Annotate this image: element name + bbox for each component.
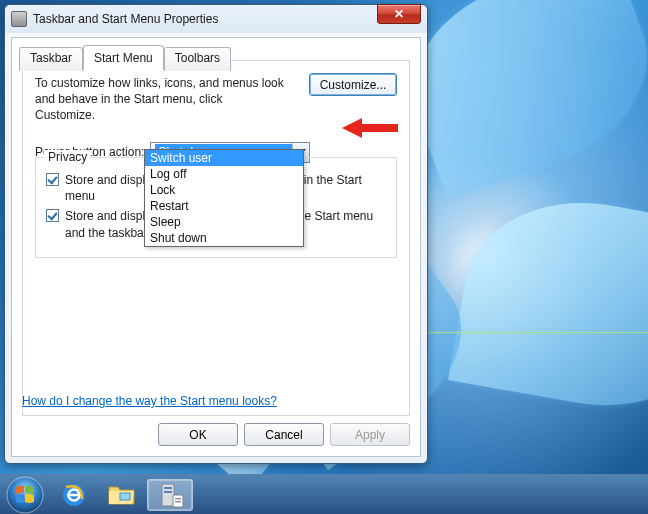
dropdown-option-switch-user[interactable]: Switch user [145, 150, 303, 166]
checkbox-recent-items[interactable] [46, 209, 59, 222]
dropdown-option-lock[interactable]: Lock [145, 182, 303, 198]
intro-text: To customize how links, icons, and menus… [35, 75, 285, 124]
apply-button[interactable]: Apply [330, 423, 410, 446]
ok-button[interactable]: OK [158, 423, 238, 446]
taskbar [0, 474, 648, 514]
wallpaper-leaf [448, 183, 648, 425]
ie-icon [60, 481, 88, 509]
svg-rect-8 [175, 498, 181, 499]
dropdown-option-log-off[interactable]: Log off [145, 166, 303, 182]
wallpaper-horizon [410, 332, 648, 333]
taskbar-explorer-button[interactable] [99, 479, 145, 511]
power-action-dropdown: Switch user Log off Lock Restart Sleep S… [144, 149, 304, 247]
window-icon [11, 11, 27, 27]
folder-icon [107, 482, 137, 508]
client-area: To customize how links, icons, and menus… [11, 37, 421, 457]
tab-start-menu[interactable]: Start Menu [83, 45, 164, 70]
customize-button[interactable]: Customize... [309, 73, 397, 96]
start-button[interactable] [6, 476, 44, 514]
properties-window: Taskbar and Start Menu Properties ✕ Task… [4, 4, 428, 464]
dialog-buttons: OK Cancel Apply [158, 423, 410, 446]
tab-taskbar[interactable]: Taskbar [19, 47, 83, 71]
privacy-legend: Privacy [44, 150, 91, 164]
tab-toolbars[interactable]: Toolbars [164, 47, 231, 71]
svg-rect-3 [120, 493, 130, 500]
help-link[interactable]: How do I change the way the Start menu l… [22, 394, 277, 408]
properties-icon [156, 481, 184, 509]
checkbox-recent-programs[interactable] [46, 173, 59, 186]
taskbar-properties-button[interactable] [147, 479, 193, 511]
svg-rect-6 [164, 491, 172, 493]
dropdown-option-shut-down[interactable]: Shut down [145, 230, 303, 246]
svg-rect-5 [164, 487, 172, 489]
window-titlebar[interactable]: Taskbar and Start Menu Properties ✕ [5, 5, 427, 33]
svg-rect-9 [175, 501, 181, 502]
window-title: Taskbar and Start Menu Properties [33, 12, 218, 26]
close-button[interactable]: ✕ [377, 4, 421, 24]
dropdown-option-sleep[interactable]: Sleep [145, 214, 303, 230]
dropdown-option-restart[interactable]: Restart [145, 198, 303, 214]
tab-panel: To customize how links, icons, and menus… [22, 60, 410, 416]
cancel-button[interactable]: Cancel [244, 423, 324, 446]
tab-strip: Taskbar Start Menu Toolbars [19, 47, 231, 71]
taskbar-ie-button[interactable] [51, 479, 97, 511]
close-icon: ✕ [394, 7, 404, 21]
